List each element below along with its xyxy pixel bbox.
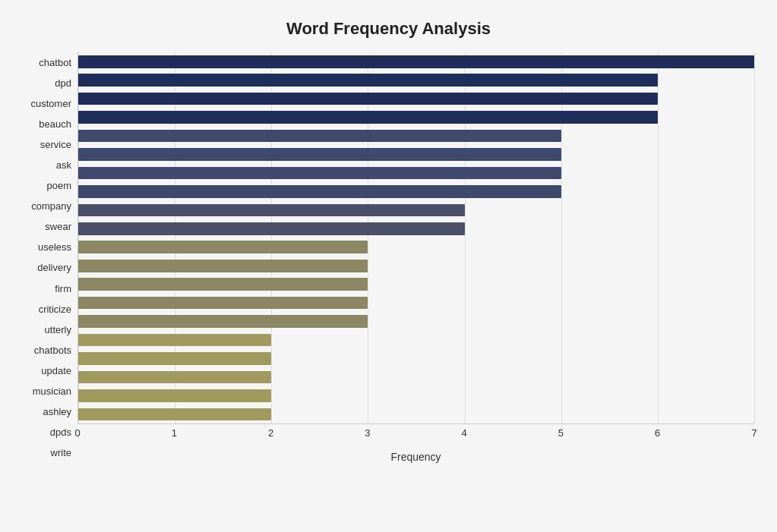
y-label: delivery [37,263,71,272]
bar [78,278,368,291]
chart-area: chatbotdpdcustomerbeauchserviceaskpoemco… [23,52,754,463]
y-label: swear [45,222,71,231]
bar [78,130,561,143]
bar [78,241,368,253]
bars-area [77,52,754,423]
bar-row [78,52,754,71]
x-tick: 6 [655,427,660,439]
y-label: ashley [43,407,71,417]
x-tick: 5 [558,427,564,439]
y-label: ask [56,160,71,170]
bar [78,408,271,421]
bar-row [78,294,754,312]
y-label: beauch [39,119,71,129]
bar [78,185,561,198]
y-label: customer [31,99,71,109]
bar-row [78,312,754,330]
y-label: company [31,201,71,211]
y-label: write [51,448,71,458]
x-axis-label: Frequency [77,451,754,463]
bar [78,222,465,235]
bar [78,55,754,68]
y-label: criticize [39,304,71,314]
bar-row [78,164,754,182]
y-label: chatbots [34,345,71,355]
y-labels: chatbotdpdcustomerbeauchserviceaskpoemco… [23,52,77,463]
y-label: dpd [55,78,71,88]
chart-title: Word Frequency Analysis [23,19,754,39]
grid-line [754,52,755,423]
bar [78,204,465,217]
bar-row [78,238,754,257]
bar [78,93,658,105]
y-label: dpds [50,427,71,437]
bar [78,334,271,347]
bar-row [78,349,754,367]
bar [78,315,368,328]
y-label: utterly [45,325,71,335]
bar-row [78,182,754,200]
x-tick: 3 [365,427,370,439]
bar-row [78,145,754,163]
bar [78,260,368,272]
y-label: service [40,140,71,150]
chart-container: Word Frequency Analysis chatbotdpdcustom… [0,0,777,532]
x-tick: 1 [172,427,177,439]
bar-row [78,368,754,386]
bar [78,389,271,402]
bar-row [78,127,754,145]
bars-and-xaxis: 01234567 Frequency [77,52,754,463]
y-label: update [41,366,71,376]
x-tick: 4 [461,427,466,439]
bar-row [78,275,754,293]
y-label: chatbot [39,58,71,68]
bar-row [78,331,754,349]
bar-row [78,257,754,275]
bar-row [78,219,754,238]
bar [78,148,561,161]
bar-row [78,71,754,89]
y-label: useless [38,242,71,252]
y-label: poem [46,181,71,190]
bar [78,297,368,310]
y-label: musician [33,386,71,396]
bar-row [78,405,754,423]
bar-row [78,201,754,219]
x-tick: 0 [74,427,80,439]
bar [78,371,271,384]
bar [78,167,561,180]
x-tick: 2 [268,427,273,439]
bar [78,74,658,87]
x-axis: 01234567 [77,423,754,446]
y-label: firm [55,284,71,294]
bar-row [78,108,754,126]
bar [78,352,271,365]
bar-row [78,386,754,405]
bar [78,111,658,124]
x-tick: 7 [751,427,756,439]
bar-row [78,90,754,108]
